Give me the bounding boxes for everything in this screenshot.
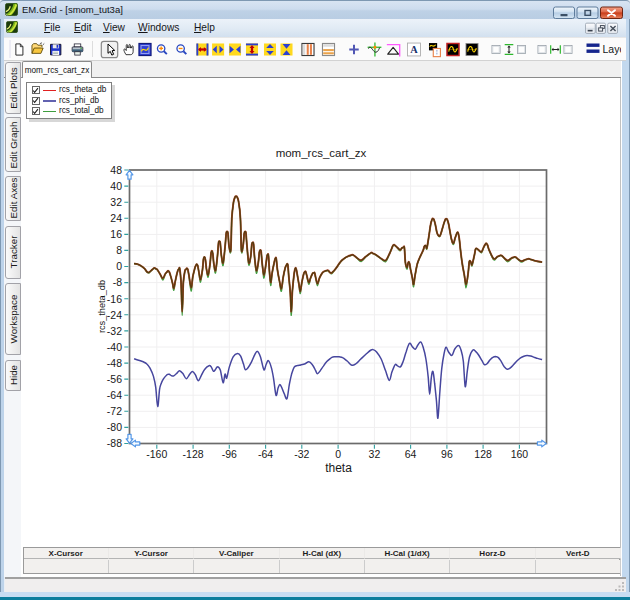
- svg-text:-40: -40: [107, 341, 122, 353]
- svg-text:-160: -160: [146, 448, 167, 460]
- svg-text:16: 16: [110, 228, 122, 240]
- svg-text:48: 48: [110, 164, 122, 176]
- svg-text:mom_rcs_cart_zx: mom_rcs_cart_zx: [276, 147, 367, 159]
- svg-text:-48: -48: [107, 357, 122, 369]
- svg-text:96: 96: [441, 448, 453, 460]
- svg-text:64: 64: [405, 448, 417, 460]
- svg-text:0: 0: [335, 448, 341, 460]
- svg-text:32: 32: [369, 448, 381, 460]
- svg-text:-32: -32: [107, 325, 122, 337]
- svg-text:32: 32: [110, 196, 122, 208]
- svg-text:8: 8: [116, 244, 122, 256]
- svg-text:-88: -88: [107, 437, 122, 449]
- svg-text:theta: theta: [325, 461, 352, 475]
- svg-text:-80: -80: [107, 421, 122, 433]
- svg-text:Layout: Layout: [603, 43, 623, 55]
- svg-text:-96: -96: [222, 448, 237, 460]
- svg-text:-16: -16: [107, 293, 122, 305]
- svg-text:-56: -56: [107, 373, 122, 385]
- svg-text:-32: -32: [294, 448, 309, 460]
- svg-text:0: 0: [116, 260, 122, 272]
- svg-text:-64: -64: [258, 448, 273, 460]
- svg-text:rcs_theta_db: rcs_theta_db: [97, 280, 107, 333]
- svg-text:-24: -24: [107, 309, 122, 321]
- svg-text:-128: -128: [183, 448, 204, 460]
- svg-text:40: 40: [110, 180, 122, 192]
- svg-text:24: 24: [110, 212, 122, 224]
- svg-text:128: 128: [474, 448, 492, 460]
- svg-text:160: 160: [511, 448, 529, 460]
- svg-text:A: A: [410, 44, 418, 55]
- svg-text:-8: -8: [113, 276, 122, 288]
- svg-text:-64: -64: [107, 389, 122, 401]
- svg-text:-72: -72: [107, 405, 122, 417]
